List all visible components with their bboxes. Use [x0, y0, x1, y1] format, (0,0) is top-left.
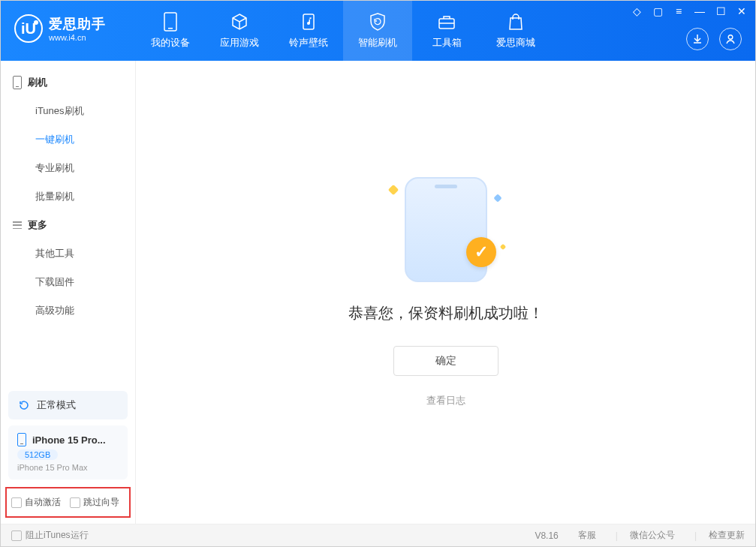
tab-my-device[interactable]: 我的设备	[136, 1, 205, 61]
checkbox-block-itunes[interactable]: 阻止iTunes运行	[11, 529, 89, 542]
checkmark-badge-icon: ✓	[466, 237, 496, 267]
tab-label: 爱思商城	[496, 36, 535, 50]
device-subtitle: iPhone 15 Pro Max	[17, 463, 119, 472]
tab-toolbox[interactable]: 工具箱	[412, 1, 481, 61]
app-logo-block: iU 爱思助手 www.i4.cn	[1, 1, 136, 43]
header-circle-buttons	[686, 28, 742, 50]
phone-icon	[17, 433, 26, 446]
highlighted-checkboxes: 自动激活 跳过向导	[5, 487, 131, 518]
device-icon	[161, 12, 180, 32]
checkbox-label: 自动激活	[25, 496, 61, 509]
phone-icon	[13, 76, 22, 89]
footer-link-update[interactable]: 检查更新	[709, 529, 745, 542]
success-illustration: ✓	[405, 177, 487, 282]
checkbox-auto-activate[interactable]: 自动激活	[11, 496, 61, 509]
music-icon	[299, 12, 318, 32]
device-status-card[interactable]: 正常模式	[8, 391, 128, 419]
bag-icon	[506, 12, 526, 32]
checkbox-label: 阻止iTunes运行	[26, 529, 89, 542]
wc-close-icon[interactable]: ✕	[736, 5, 748, 17]
footer-link-support[interactable]: 客服	[578, 529, 596, 542]
sparkle-icon	[387, 185, 398, 195]
storage-badge: 512GB	[17, 449, 58, 460]
wc-minimize-icon[interactable]: —	[694, 5, 706, 17]
window-controls: ◇ ▢ ≡ — ☐ ✕	[631, 5, 748, 17]
main-content: ✓ 恭喜您，保资料刷机成功啦！ 确定 查看日志	[136, 61, 755, 524]
tab-store[interactable]: 爱思商城	[481, 1, 550, 61]
checkbox-icon	[11, 497, 22, 508]
sidebar-item-pro-flash[interactable]: 专业刷机	[1, 154, 135, 182]
tab-apps[interactable]: 应用游戏	[205, 1, 274, 61]
device-title: iPhone 15 Pro...	[32, 434, 106, 446]
titlebar: iU 爱思助手 www.i4.cn 我的设备 应用游戏 铃声壁纸	[1, 1, 755, 61]
tab-label: 应用游戏	[220, 36, 259, 50]
sparkle-icon	[493, 194, 501, 202]
sidebar-item-batch-flash[interactable]: 批量刷机	[1, 182, 135, 211]
sidebar-item-advanced[interactable]: 高级功能	[1, 296, 135, 325]
sidebar-item-download-firmware[interactable]: 下载固件	[1, 268, 135, 296]
svg-rect-1	[168, 28, 173, 29]
menu-icon	[13, 221, 22, 229]
tab-label: 铃声壁纸	[289, 36, 328, 50]
checkbox-icon	[70, 497, 80, 508]
app-logo-icon: iU	[14, 14, 43, 43]
svg-point-5	[728, 35, 733, 40]
wc-pin-icon[interactable]: ▢	[652, 5, 664, 17]
success-message: 恭喜您，保资料刷机成功啦！	[348, 303, 544, 323]
tab-ringtones[interactable]: 铃声壁纸	[274, 1, 343, 61]
account-button[interactable]	[719, 28, 742, 50]
view-log-link[interactable]: 查看日志	[426, 394, 465, 407]
sidebar-section-label: 刷机	[28, 76, 47, 89]
checkbox-icon	[11, 530, 22, 541]
wc-theme-icon[interactable]: ◇	[631, 5, 643, 17]
tab-label: 我的设备	[151, 36, 190, 50]
app-subtitle: www.i4.cn	[49, 33, 106, 42]
sidebar-section-label: 更多	[28, 218, 47, 232]
refresh-shield-icon	[368, 12, 387, 32]
checkbox-skip-guide[interactable]: 跳过向导	[70, 496, 119, 509]
cube-icon	[230, 12, 249, 32]
sidebar-section-flash: 刷机	[1, 68, 135, 97]
sidebar: 刷机 iTunes刷机 一键刷机 专业刷机 批量刷机 更多 其他工具 下载固件 …	[1, 61, 136, 524]
body: 刷机 iTunes刷机 一键刷机 专业刷机 批量刷机 更多 其他工具 下载固件 …	[1, 61, 755, 524]
device-card[interactable]: iPhone 15 Pro... 512GB iPhone 15 Pro Max	[8, 425, 128, 479]
sidebar-section-more: 更多	[1, 211, 135, 239]
footer: 阻止iTunes运行 V8.16 客服 | 微信公众号 | 检查更新	[1, 524, 755, 546]
footer-link-wechat[interactable]: 微信公众号	[630, 529, 675, 542]
sidebar-item-other-tools[interactable]: 其他工具	[1, 239, 135, 268]
tab-smart-flash[interactable]: 智能刷机	[343, 1, 412, 61]
app-title: 爱思助手	[49, 15, 106, 33]
download-button[interactable]	[686, 28, 709, 50]
tab-label: 工具箱	[432, 36, 462, 50]
confirm-button[interactable]: 确定	[393, 346, 498, 376]
checkbox-label: 跳过向导	[83, 496, 119, 509]
wc-maximize-icon[interactable]: ☐	[715, 5, 727, 17]
refresh-icon	[17, 398, 31, 412]
sidebar-item-onekey-flash[interactable]: 一键刷机	[1, 125, 135, 154]
version-label: V8.16	[535, 530, 558, 541]
toolbox-icon	[437, 12, 456, 32]
tab-label: 智能刷机	[358, 36, 397, 50]
status-label: 正常模式	[37, 398, 76, 412]
svg-rect-2	[303, 14, 314, 29]
wc-menu-icon[interactable]: ≡	[673, 5, 685, 17]
sparkle-icon	[499, 244, 505, 250]
sidebar-item-itunes-flash[interactable]: iTunes刷机	[1, 97, 135, 125]
